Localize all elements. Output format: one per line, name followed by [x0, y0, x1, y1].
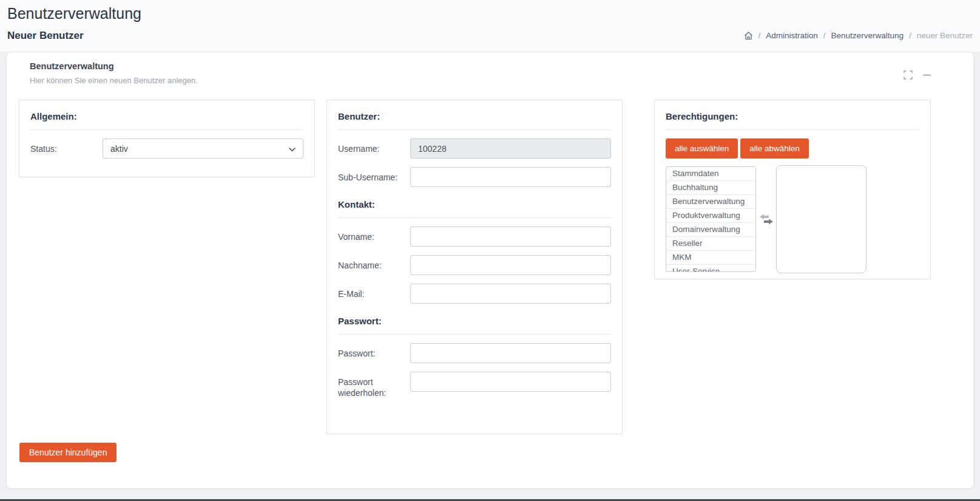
page-subtitle: Neuer Benutzer — [7, 30, 141, 42]
card-actions — [904, 61, 931, 85]
form-row-vorname: Vorname: — [338, 227, 611, 247]
section-heading-benutzer: Benutzer: — [338, 110, 611, 121]
form-row-status: Status: aktiv — [30, 138, 303, 158]
passwort-wiederholen-field[interactable] — [410, 372, 611, 392]
permission-buttons: alle auswählen alle abwählen — [666, 138, 919, 158]
section-heading-allgemein: Allgemein: — [30, 110, 303, 121]
form-row-sub-username: Sub-Username: — [338, 167, 611, 187]
panel-benutzer: Benutzer: Username: Sub-Username: Kontak… — [326, 100, 623, 434]
page-title: Benutzerverwaltung — [7, 5, 141, 22]
add-user-button[interactable]: Benutzer hinzufügen — [19, 443, 117, 462]
form-row-passwort-wiederholen: Passwort wiederholen: — [338, 372, 611, 398]
passwort-field[interactable] — [410, 343, 611, 363]
email-field[interactable] — [410, 284, 611, 304]
chevron-down-icon — [289, 144, 296, 154]
passwort-label: Passwort: — [338, 343, 410, 363]
section-heading-kontakt: Kontakt: — [338, 198, 611, 210]
section-heading-passwort: Passwort: — [338, 315, 611, 326]
status-select-value: aktiv — [110, 144, 128, 154]
username-label: Username: — [338, 138, 410, 158]
deselect-all-button[interactable]: alle abwählen — [740, 138, 809, 158]
panel-berechtigungen: Berechtigungen: alle auswählen alle abwä… — [654, 100, 931, 279]
page-header: Benutzerverwaltung Neuer Benutzer / Admi… — [0, 0, 980, 52]
section-heading-berechtigungen: Berechtigungen: — [666, 110, 919, 121]
breadcrumb: / Administration / Benutzerverwaltung / … — [744, 31, 973, 42]
permission-item[interactable]: User-Service — [666, 265, 755, 272]
dual-listbox: StammdatenBuchhaltungBenutzerverwaltungP… — [666, 165, 919, 273]
divider — [338, 334, 611, 335]
permission-item[interactable]: Produktverwaltung — [666, 209, 755, 223]
breadcrumb-separator: / — [909, 31, 911, 40]
vorname-label: Vorname: — [338, 227, 410, 247]
permission-item[interactable]: Benutzerverwaltung — [666, 195, 755, 209]
breadcrumb-separator: / — [759, 31, 761, 40]
card-benutzerverwaltung: Benutzerverwaltung Hier können Sie einen… — [6, 52, 974, 489]
divider — [338, 217, 611, 218]
card-header: Benutzerverwaltung Hier können Sie einen… — [7, 52, 973, 85]
permissions-selected-list[interactable] — [776, 165, 867, 273]
nachname-label: Nachname: — [338, 255, 410, 275]
expand-icon[interactable] — [904, 64, 913, 85]
username-field — [410, 138, 611, 158]
divider — [30, 129, 303, 130]
form-panels: Allgemein: Status: aktiv Benutzer: Usern… — [7, 100, 973, 434]
permission-item[interactable]: Reseller — [666, 237, 755, 251]
form-row-nachname: Nachname: — [338, 255, 611, 275]
breadcrumb-administration[interactable]: Administration — [766, 31, 818, 40]
divider — [338, 129, 611, 130]
email-label: E-Mail: — [338, 284, 410, 304]
nachname-field[interactable] — [410, 255, 611, 275]
permission-item[interactable]: Domainverwaltung — [666, 223, 755, 237]
minus-icon[interactable] — [923, 64, 931, 85]
permission-item[interactable]: Stammdaten — [666, 167, 755, 181]
swap-arrows-icon — [756, 213, 776, 225]
home-icon[interactable] — [744, 32, 753, 40]
permissions-available-list[interactable]: StammdatenBuchhaltungBenutzerverwaltungP… — [666, 166, 756, 272]
card-title: Benutzerverwaltung — [30, 61, 198, 71]
breadcrumb-benutzerverwaltung[interactable]: Benutzerverwaltung — [831, 31, 904, 40]
form-row-email: E-Mail: — [338, 284, 611, 304]
passwort-wiederholen-label: Passwort wiederholen: — [338, 372, 410, 398]
status-label: Status: — [30, 138, 103, 158]
card-subtitle: Hier können Sie einen neuen Benutzer anl… — [30, 76, 198, 85]
form-row-passwort: Passwort: — [338, 343, 611, 363]
page-titles: Benutzerverwaltung Neuer Benutzer — [7, 5, 141, 42]
sub-username-field[interactable] — [410, 167, 611, 187]
divider — [666, 129, 919, 130]
status-select[interactable]: aktiv — [103, 138, 303, 158]
panel-allgemein: Allgemein: Status: aktiv — [19, 100, 315, 177]
form-row-username: Username: — [338, 138, 611, 158]
select-all-button[interactable]: alle auswählen — [666, 138, 738, 158]
breadcrumb-separator: / — [823, 31, 826, 40]
vorname-field[interactable] — [410, 227, 611, 247]
permission-item[interactable]: Buchhaltung — [666, 181, 755, 195]
breadcrumb-current: neuer Benutzer — [917, 31, 973, 40]
permission-item[interactable]: MKM — [666, 251, 755, 265]
sub-username-label: Sub-Username: — [338, 167, 410, 187]
